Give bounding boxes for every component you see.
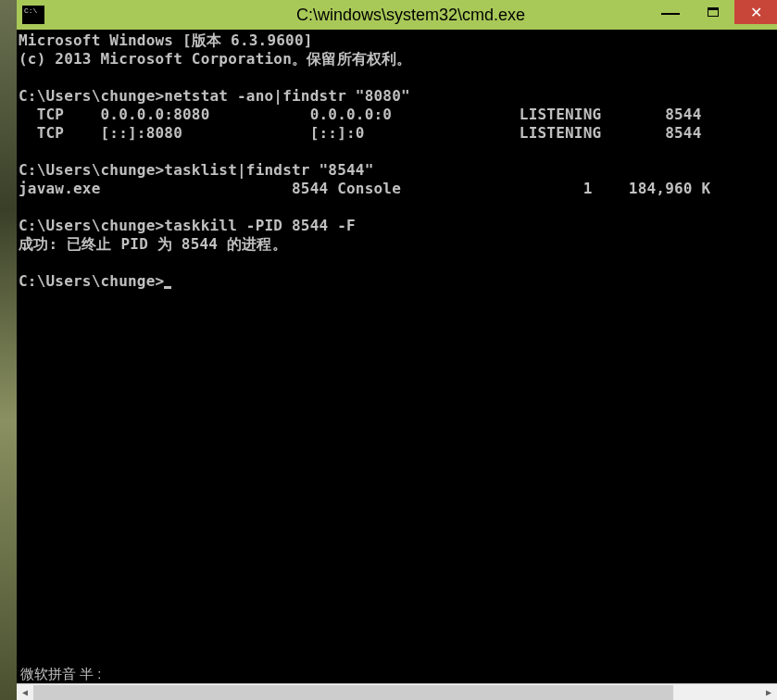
terminal-line: Microsoft Windows [版本 6.3.9600] [19, 31, 313, 49]
scroll-right-arrow[interactable]: ▶ [760, 684, 777, 701]
terminal-line: 成功: 已终止 PID 为 8544 的进程。 [19, 235, 287, 253]
terminal-line: javaw.exe 8544 Console 1 184,960 K [19, 180, 710, 197]
terminal-prompt: C:\Users\chunge>taskkill -PID 8544 -F [19, 217, 356, 234]
scroll-left-arrow[interactable]: ◀ [17, 684, 33, 701]
desktop-icons-strip [0, 0, 19, 700]
terminal-output[interactable]: Microsoft Windows [版本 6.3.9600] (c) 2013… [17, 30, 777, 665]
maximize-button[interactable] [692, 0, 734, 24]
horizontal-scrollbar[interactable]: ◀ ▶ [17, 683, 777, 700]
titlebar[interactable]: C:\windows\system32\cmd.exe — ✕ [17, 0, 777, 30]
ime-text: 微软拼音 半 : [20, 666, 102, 681]
scroll-track[interactable] [33, 684, 760, 701]
cursor [164, 286, 171, 289]
cmd-window: C:\windows\system32\cmd.exe — ✕ Microsof… [17, 0, 777, 700]
terminal-prompt: C:\Users\chunge>tasklist|findstr "8544" [19, 161, 373, 179]
terminal-line: TCP [::]:8080 [::]:0 LISTENING 8544 [19, 124, 701, 142]
scroll-thumb[interactable] [33, 685, 673, 700]
terminal-prompt: C:\Users\chunge>netstat -ano|findstr "80… [19, 87, 410, 105]
terminal-line: TCP 0.0.0.0:8080 0.0.0.0:0 LISTENING 854… [19, 106, 701, 123]
maximize-icon [708, 7, 719, 17]
terminal-line: (c) 2013 Microsoft Corporation。保留所有权利。 [19, 50, 412, 68]
minimize-button[interactable]: — [649, 0, 692, 24]
window-controls: — ✕ [649, 0, 777, 24]
close-button[interactable]: ✕ [734, 0, 777, 24]
terminal-prompt: C:\Users\chunge> [19, 272, 164, 290]
ime-status-bar: 微软拼音 半 : [17, 665, 777, 683]
cmd-icon[interactable] [22, 6, 44, 24]
